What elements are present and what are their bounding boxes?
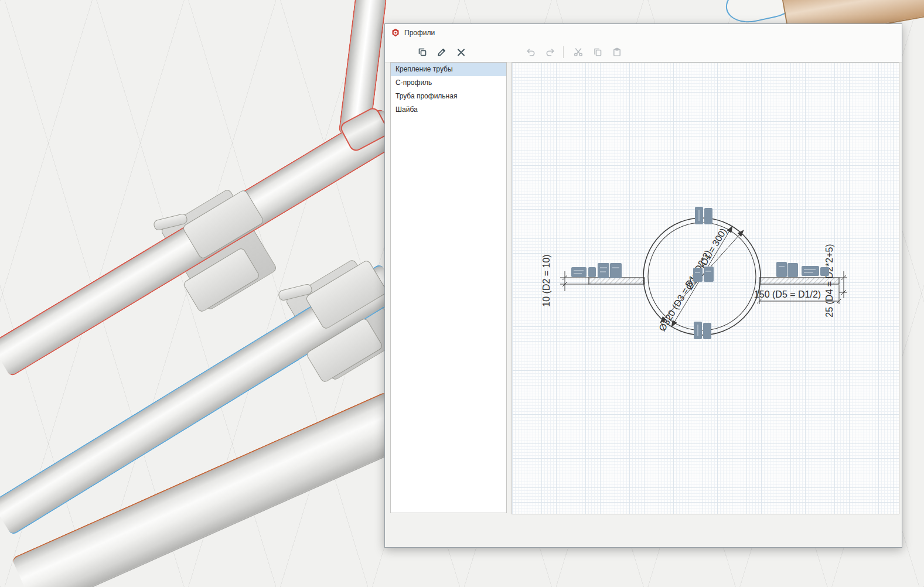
add-profile-button[interactable] (394, 44, 412, 60)
dimension-chip[interactable] (776, 262, 787, 277)
undo-button[interactable] (522, 44, 540, 60)
dimension-chip[interactable] (693, 268, 703, 282)
profile-editor-canvas[interactable]: 10 (D2 = 10) Ø300 (D1 = 300) Ø320 (D3 = … (512, 62, 899, 514)
dimension-d5-text[interactable]: 150 (D5 = D1/2) (754, 289, 821, 299)
dimension-chip[interactable] (598, 263, 609, 278)
dimension-chip[interactable] (704, 267, 714, 282)
dialog-titlebar[interactable]: Профили (385, 24, 902, 42)
dimension-chip[interactable] (820, 267, 829, 276)
dimension-chip[interactable] (703, 323, 711, 339)
dimension-d4-text[interactable]: 25 (D4 = D2*2+5) (824, 244, 834, 317)
dimension-chip[interactable] (571, 267, 587, 277)
dimension-chip[interactable] (802, 266, 819, 276)
dimension-edit-chips (571, 207, 829, 339)
dimension-chip[interactable] (695, 207, 703, 224)
dimension-d3-text[interactable]: Ø320 (D3 = D1+D2*2) (657, 248, 713, 333)
profile-list-item[interactable]: Крепление трубы (391, 63, 506, 76)
toolbar (385, 42, 902, 63)
cut-button[interactable] (570, 44, 587, 60)
left-flange[interactable] (589, 278, 645, 284)
dimension-chip[interactable] (588, 267, 596, 277)
delete-profile-button[interactable] (452, 44, 470, 60)
toolbar-separator (563, 46, 564, 58)
profiles-dialog: Профили (384, 23, 902, 548)
profile-list-item[interactable]: Шайба (391, 103, 506, 117)
paste-button[interactable] (608, 44, 626, 60)
dimension-chip[interactable] (704, 208, 712, 224)
redo-button[interactable] (541, 44, 559, 60)
duplicate-profile-button[interactable] (414, 44, 431, 60)
dimension-chip[interactable] (610, 263, 622, 278)
profile-list-item[interactable]: Труба профильная (391, 90, 506, 103)
dialog-title: Профили (404, 29, 435, 37)
dimension-d2-text[interactable]: 10 (D2 = 10) (541, 254, 551, 306)
copy-button[interactable] (589, 44, 606, 60)
dimension-chip[interactable] (787, 263, 798, 277)
profile-list-item[interactable]: С-профиль (391, 76, 506, 90)
dimension-d4-graphics (839, 271, 847, 298)
application-window: Профили (0, 0, 924, 587)
edit-profile-button[interactable] (433, 44, 451, 60)
app-icon (391, 28, 400, 37)
profile-list[interactable]: Крепление трубы С-профиль Труба профильн… (390, 62, 507, 513)
dimension-chip[interactable] (694, 322, 702, 339)
